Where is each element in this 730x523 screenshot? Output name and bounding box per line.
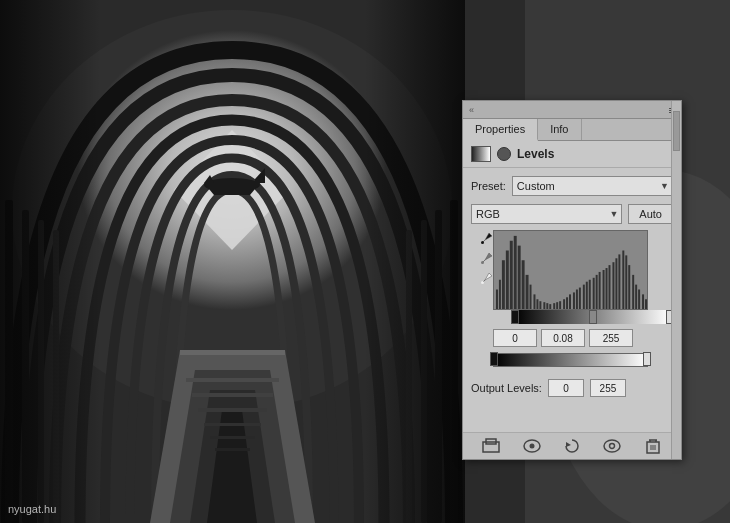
- svg-rect-60: [579, 288, 581, 309]
- highlights-input[interactable]: [589, 329, 633, 347]
- panel-collapse-arrows[interactable]: «: [469, 105, 473, 115]
- svg-rect-47: [536, 299, 538, 309]
- channel-row: RGB Red Green Blue ▼ Auto: [471, 204, 673, 224]
- svg-point-32: [481, 241, 484, 244]
- svg-rect-48: [539, 301, 541, 309]
- output-levels-row: Output Levels:: [463, 379, 681, 397]
- svg-rect-65: [596, 275, 598, 309]
- svg-rect-75: [628, 265, 630, 309]
- svg-rect-73: [622, 251, 624, 310]
- panel-tabs: Properties Info: [463, 119, 681, 141]
- svg-rect-28: [365, 0, 465, 523]
- svg-rect-40: [510, 241, 513, 309]
- channel-select[interactable]: RGB Red Green Blue: [471, 204, 622, 224]
- tab-properties[interactable]: Properties: [463, 119, 538, 141]
- svg-rect-37: [499, 280, 501, 309]
- adjustment-icon: [497, 147, 511, 161]
- svg-rect-61: [583, 285, 585, 309]
- auto-button[interactable]: Auto: [628, 204, 673, 224]
- panel-body: Preset: Custom Default Darker Increase C…: [463, 168, 681, 379]
- svg-rect-70: [612, 262, 614, 309]
- svg-rect-46: [533, 294, 535, 309]
- visibility-icon[interactable]: [522, 437, 542, 455]
- panel-header: « ≡: [463, 101, 681, 119]
- output-levels-label: Output Levels:: [471, 382, 542, 394]
- svg-rect-21: [210, 436, 255, 439]
- reset-icon[interactable]: [562, 437, 582, 455]
- svg-rect-19: [198, 408, 267, 412]
- svg-rect-55: [563, 299, 565, 309]
- histogram-canvas: [493, 230, 648, 310]
- svg-rect-43: [522, 260, 525, 309]
- levels-icon: [471, 146, 491, 162]
- svg-rect-59: [576, 290, 578, 310]
- properties-panel: « ≡ Properties Info Levels Preset: Custo…: [462, 100, 682, 460]
- svg-rect-68: [606, 268, 608, 309]
- svg-rect-15: [180, 350, 285, 355]
- output-min-input[interactable]: [548, 379, 584, 397]
- svg-rect-53: [556, 302, 558, 309]
- svg-point-34: [481, 281, 484, 284]
- svg-rect-56: [566, 297, 568, 309]
- scrollbar-thumb[interactable]: [673, 111, 680, 151]
- svg-rect-38: [502, 260, 505, 309]
- svg-rect-72: [618, 254, 620, 309]
- svg-point-33: [481, 261, 484, 264]
- preset-select[interactable]: Custom Default Darker Increase Contrast …: [512, 176, 673, 196]
- output-highlight-handle[interactable]: [643, 352, 651, 366]
- svg-rect-20: [204, 423, 261, 426]
- svg-rect-54: [559, 301, 561, 309]
- svg-rect-50: [546, 303, 548, 309]
- shadow-slider-handle[interactable]: [511, 310, 519, 324]
- channel-select-wrapper: RGB Red Green Blue ▼: [471, 204, 622, 224]
- panel-title-bar: Levels: [463, 141, 681, 168]
- svg-point-84: [529, 444, 534, 449]
- watermark: nyugat.hu: [8, 503, 56, 515]
- svg-rect-36: [496, 290, 498, 310]
- svg-point-86: [604, 440, 620, 452]
- svg-rect-27: [0, 0, 100, 523]
- tab-info[interactable]: Info: [538, 119, 581, 140]
- histogram-area: [493, 230, 673, 324]
- input-values-row: [493, 329, 648, 347]
- svg-rect-39: [506, 251, 509, 310]
- delete-icon[interactable]: [643, 437, 663, 455]
- svg-rect-78: [638, 290, 640, 310]
- svg-rect-67: [603, 270, 605, 309]
- clip-to-layer-icon[interactable]: [481, 437, 501, 455]
- svg-marker-85: [566, 442, 571, 447]
- svg-rect-42: [518, 246, 521, 309]
- input-levels-slider[interactable]: [515, 310, 670, 324]
- svg-rect-63: [589, 280, 591, 309]
- output-gradient-slider[interactable]: [493, 353, 648, 367]
- svg-rect-51: [549, 304, 551, 309]
- svg-rect-18: [192, 393, 273, 397]
- svg-rect-71: [615, 258, 617, 309]
- svg-rect-74: [625, 255, 627, 309]
- midtones-input[interactable]: [541, 329, 585, 347]
- panel-title: Levels: [517, 147, 554, 161]
- panel-toolbar: [463, 432, 681, 459]
- output-shadow-handle[interactable]: [490, 352, 498, 366]
- eye-visibility-icon[interactable]: [602, 437, 622, 455]
- midtone-slider-handle[interactable]: [589, 310, 597, 324]
- svg-rect-76: [632, 275, 634, 309]
- svg-rect-22: [215, 448, 250, 451]
- svg-rect-16: [183, 365, 282, 369]
- panel-scrollbar[interactable]: [671, 101, 681, 459]
- shadows-input[interactable]: [493, 329, 537, 347]
- svg-rect-79: [642, 294, 644, 309]
- svg-rect-62: [586, 282, 588, 309]
- svg-rect-44: [526, 275, 529, 309]
- preset-select-wrapper: Custom Default Darker Increase Contrast …: [512, 176, 673, 196]
- histogram-section: [471, 230, 673, 325]
- output-max-input[interactable]: [590, 379, 626, 397]
- preset-label: Preset:: [471, 180, 506, 192]
- svg-rect-41: [514, 236, 517, 309]
- svg-rect-80: [645, 299, 647, 309]
- svg-rect-64: [593, 278, 595, 309]
- svg-rect-77: [635, 285, 637, 309]
- svg-rect-69: [609, 265, 611, 309]
- svg-rect-17: [186, 378, 279, 382]
- svg-rect-45: [530, 285, 532, 309]
